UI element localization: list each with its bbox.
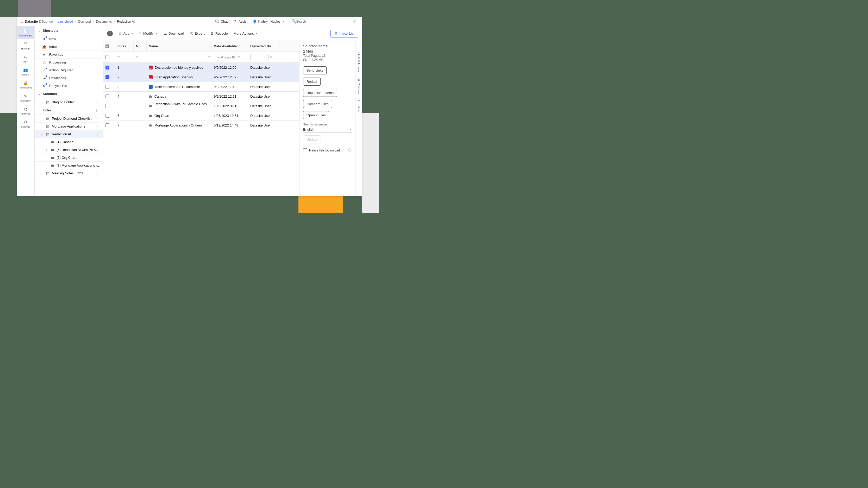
index-item[interactable]: ›▤Meeting Notes FY23⋮ bbox=[35, 169, 103, 177]
decor-gray-box bbox=[18, 0, 51, 18]
col-index[interactable]: Index bbox=[118, 44, 126, 48]
compare-button[interactable]: Compare Files bbox=[303, 100, 332, 108]
user-filter-input[interactable] bbox=[250, 54, 269, 60]
nav-analytics[interactable]: ◔Analytics bbox=[17, 104, 34, 118]
col-date[interactable]: Date Available bbox=[214, 44, 237, 48]
nav-documents[interactable]: 📄Documents bbox=[17, 26, 34, 39]
search-input-wrapper[interactable]: 🔍 / bbox=[289, 18, 358, 25]
kebab-icon[interactable]: ⋮ bbox=[95, 171, 100, 175]
pdf-icon bbox=[149, 66, 153, 69]
index-list-button[interactable]: ☰Index List bbox=[331, 30, 358, 37]
rail-details[interactable]: ☰Details & Actions bbox=[357, 44, 361, 74]
kebab-icon[interactable]: ⋮ bbox=[95, 124, 100, 128]
row-checkbox[interactable] bbox=[105, 85, 110, 89]
index-child-item[interactable]: 🖿(6) Org Chart bbox=[35, 154, 103, 161]
kebab-icon[interactable]: ⋮ bbox=[95, 117, 100, 121]
filter-icon[interactable]: ▽ bbox=[208, 56, 210, 59]
kebab-icon[interactable]: ⋮ bbox=[95, 100, 100, 104]
kebab-icon[interactable]: ⋮ bbox=[95, 132, 100, 136]
table-row[interactable]: 3 Taxe fonciere 2021 - complete 9/9/2022… bbox=[103, 82, 299, 92]
col-name[interactable]: Name bbox=[149, 44, 158, 48]
shortcut-item[interactable]: ★Favorites bbox=[35, 51, 103, 58]
index-child-item[interactable]: ›🖿(7) Mortgage Applications - O… bbox=[35, 161, 103, 169]
columns-icon: ▥ bbox=[357, 78, 361, 81]
table-row[interactable]: ✓ 1 Declaracion de bienes y pasivos 9/9/… bbox=[103, 63, 299, 72]
info-icon[interactable]: ⓘ bbox=[348, 148, 351, 153]
more-actions-button[interactable]: More Actions▼ bbox=[234, 32, 258, 35]
row-checkbox[interactable]: ✓ bbox=[105, 75, 110, 79]
shortcut-item[interactable]: ✸New bbox=[35, 35, 103, 43]
row-checkbox[interactable] bbox=[105, 95, 110, 98]
col-uploaded[interactable]: Uploaded By bbox=[250, 44, 271, 48]
row-checkbox[interactable]: ✓ bbox=[105, 66, 110, 69]
recycle-button[interactable]: ♻Recycle bbox=[210, 32, 228, 36]
shortcut-item[interactable]: 📥Inbox bbox=[35, 43, 103, 51]
nav-trackers[interactable]: ☷Trackers bbox=[17, 39, 34, 52]
index-item[interactable]: ›▤Mortgage Applications⋮ bbox=[35, 122, 103, 130]
row-checkbox[interactable] bbox=[105, 114, 110, 118]
index-child-item[interactable]: ›🖿(5) Redaction AI with PII Sam… bbox=[35, 146, 103, 154]
index-child-item[interactable]: 🖿(4) Canada bbox=[35, 138, 103, 146]
nav-redaction[interactable]: ✎Redaction bbox=[17, 91, 34, 104]
item-label: Project Diamond Checklist bbox=[52, 117, 93, 121]
export-icon: ⇱ bbox=[190, 32, 193, 36]
crumb-documents[interactable]: Documents bbox=[96, 20, 112, 24]
nav-settings[interactable]: ⚙Settings bbox=[17, 118, 34, 130]
sandbox-item[interactable]: ›▤Staging Folder⋮ bbox=[35, 98, 103, 106]
row-index: 2 bbox=[118, 75, 119, 79]
rail-filters[interactable]: ▽Filters bbox=[357, 98, 361, 114]
date-filter-input[interactable]: mm/dd/yyyy▦ bbox=[214, 54, 236, 60]
select-all-checkbox[interactable] bbox=[105, 44, 109, 48]
assist-button[interactable]: ❓ Assist bbox=[233, 20, 247, 24]
table-row[interactable]: 4 🖿Canada 9/9/2022 12:21 Datasite User bbox=[103, 92, 299, 101]
table-row[interactable]: 5 🖿Redaction AI with PII Sample Docs -… … bbox=[103, 101, 299, 111]
shortcut-item[interactable]: ♻Recycle Bin bbox=[35, 82, 103, 90]
search-input[interactable] bbox=[296, 20, 352, 24]
filter-icon[interactable]: ▽ bbox=[118, 56, 120, 59]
download-button[interactable]: ☁Download bbox=[163, 32, 184, 36]
filter-icon[interactable]: ▽ bbox=[238, 56, 240, 59]
shortcut-item[interactable]: ☁Downloads bbox=[35, 74, 103, 82]
table-row[interactable]: 7 🖿Mortgage Applications - Ontario 5/12/… bbox=[103, 121, 299, 130]
user-menu[interactable]: 👤 Kathryn Hadley ▼ bbox=[253, 20, 284, 24]
crumb-launchpad[interactable]: Launchpad bbox=[58, 20, 73, 24]
update-button[interactable]: Update bbox=[303, 135, 321, 143]
send-links-button[interactable]: Send Links bbox=[303, 66, 327, 74]
nav-qa[interactable]: 🗨Q&A bbox=[17, 52, 34, 65]
filter-icon[interactable]: ▽ bbox=[136, 56, 138, 59]
name-filter-input[interactable] bbox=[149, 54, 206, 60]
nav-permissions[interactable]: 🔒Permissions bbox=[17, 78, 34, 91]
shortcut-item[interactable]: ◌Processing bbox=[35, 58, 103, 66]
chat-button[interactable]: 💬 Chat bbox=[215, 20, 227, 24]
back-button[interactable]: ‹ bbox=[107, 31, 113, 36]
shortcut-item[interactable]: ⚠Action Required bbox=[35, 66, 103, 74]
crumb-diamond[interactable]: Diamond bbox=[78, 20, 91, 24]
row-checkbox[interactable] bbox=[105, 123, 110, 127]
row-checkbox[interactable] bbox=[105, 104, 110, 108]
kebab-icon[interactable]: ⋮ bbox=[94, 108, 99, 112]
add-button[interactable]: ⊕Add▼ bbox=[119, 32, 133, 36]
unpublish-button[interactable]: Unpublish 2 Items bbox=[303, 89, 337, 97]
modify-button[interactable]: ✎Modify▼ bbox=[139, 32, 158, 35]
open-files-button[interactable]: Open 2 Files bbox=[303, 111, 329, 119]
table-row[interactable]: ✓ 2 Loan Application Spanish 9/9/2022 12… bbox=[103, 72, 299, 82]
filter-checkbox[interactable] bbox=[105, 55, 110, 59]
shortcuts-section[interactable]: ⌄ Shortcuts bbox=[35, 26, 103, 35]
nav-users[interactable]: 👥Users bbox=[17, 65, 34, 78]
chevron-down-icon: ⌄ bbox=[38, 29, 41, 32]
sandbox-section[interactable]: ⌄ Sandbox bbox=[35, 90, 103, 98]
search-icon: 🔍 bbox=[292, 20, 296, 24]
pencil-icon[interactable]: ✎ bbox=[136, 44, 138, 48]
language-select[interactable]: English ▼ bbox=[303, 127, 351, 133]
redact-button[interactable]: Redact bbox=[303, 77, 320, 86]
rail-columns[interactable]: ▥Columns bbox=[357, 76, 361, 96]
index-item[interactable]: ›▤Project Diamond Checklist⋮ bbox=[35, 115, 103, 122]
filter-icon[interactable]: ▽ bbox=[270, 56, 272, 59]
index-item[interactable]: ⌄▤Redaction AI⋮ bbox=[35, 130, 103, 138]
shortcut-icon: ⚠ bbox=[42, 68, 46, 72]
native-download-checkbox[interactable] bbox=[303, 148, 307, 152]
table-row[interactable]: 6 🖿Org Chart 1/26/2023 10:51 Datasite Us… bbox=[103, 111, 299, 121]
folder-icon: 🖿 bbox=[149, 104, 152, 108]
export-button[interactable]: ⇱Export bbox=[190, 32, 205, 36]
index-section[interactable]: ⌄ Index ⋮ bbox=[35, 106, 103, 115]
